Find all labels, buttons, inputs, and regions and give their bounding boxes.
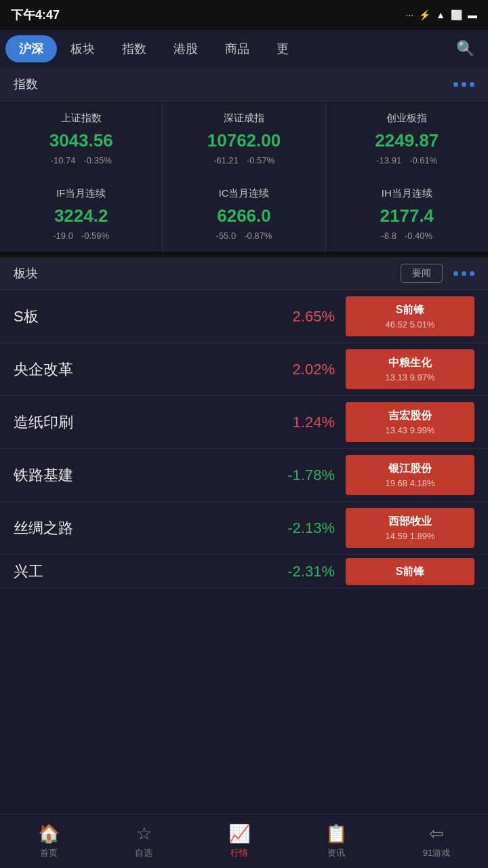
sector-tag-2: 吉宏股份 13.43 9.99% <box>346 402 474 443</box>
star-icon: ☆ <box>136 823 152 844</box>
bottom-nav-news[interactable]: 📋 资讯 <box>325 823 347 859</box>
nav-item-husheng[interactable]: 沪深 <box>5 35 57 62</box>
index-change-3: -19.0 -0.59% <box>8 231 154 241</box>
index-card-0[interactable]: 上证指数 3043.56 -10.74 -0.35% <box>0 101 162 176</box>
sector-tag-5: S前锋 <box>346 558 474 585</box>
sector-row-5[interactable]: 兴工 -2.31% S前锋 <box>0 555 488 589</box>
index-card-3[interactable]: IF当月连续 3224.2 -19.0 -0.59% <box>0 176 162 252</box>
top-nav: 沪深 板块 指数 港股 商品 更 🔍 <box>0 30 488 68</box>
index-change-1: -61.21 -0.57% <box>171 155 317 165</box>
sector-change-4: -2.13% <box>253 519 335 537</box>
index-more-dots[interactable] <box>453 82 474 87</box>
index-name-1: 深证成指 <box>171 112 317 125</box>
sector-row-2[interactable]: 造纸印刷 1.24% 吉宏股份 13.43 9.99% <box>0 396 488 449</box>
home-icon: 🏠 <box>38 823 60 844</box>
section-divider <box>0 252 488 257</box>
index-change-5: -8.8 -0.40% <box>334 231 480 241</box>
sector-name-4: 丝绸之路 <box>14 518 253 538</box>
bluetooth-icon: ⚡ <box>419 9 430 20</box>
index-name-4: IC当月连续 <box>171 187 317 200</box>
index-change-4: -55.0 -0.87% <box>171 231 317 241</box>
bottom-nav-watchlist[interactable]: ☆ 自选 <box>135 823 152 859</box>
index-name-3: IF当月连续 <box>8 187 154 200</box>
sector-tag-1: 中粮生化 13.13 9.97% <box>346 349 474 390</box>
index-grid-row2: IF当月连续 3224.2 -19.0 -0.59% IC当月连续 6266.0… <box>0 176 488 252</box>
index-card-4[interactable]: IC当月连续 6266.0 -55.0 -0.87% <box>163 176 325 252</box>
bottom-nav: 🏠 首页 ☆ 自选 📈 行情 📋 资讯 ⇦ 91游戏 <box>0 814 488 868</box>
sector-row-1[interactable]: 央企改革 2.02% 中粮生化 13.13 9.97% <box>0 343 488 396</box>
status-bar: 下午4:47 ··· ⚡ ▲ ⬜ ▬ <box>0 0 488 30</box>
sector-tag-4: 西部牧业 14.59 1.89% <box>346 508 474 549</box>
index-value-2: 2249.87 <box>334 130 480 151</box>
nav-item-zhishu[interactable]: 指数 <box>108 35 160 62</box>
bottom-nav-home[interactable]: 🏠 首页 <box>38 823 60 859</box>
status-time: 下午4:47 <box>11 7 60 23</box>
sector-list: S板 2.65% S前锋 46.52 5.01% 央企改革 2.02% 中粮生化… <box>0 290 488 589</box>
sector-row-0[interactable]: S板 2.65% S前锋 46.52 5.01% <box>0 290 488 343</box>
index-card-1[interactable]: 深证成指 10762.00 -61.21 -0.57% <box>163 101 325 176</box>
sector-change-5: -2.31% <box>253 563 335 580</box>
signal-icon: ··· <box>405 9 413 20</box>
index-name-5: IH当月连续 <box>334 187 480 200</box>
index-title: 指数 <box>14 76 38 92</box>
news-icon: 📋 <box>325 823 347 844</box>
sector-name-0: S板 <box>14 307 253 327</box>
game-icon: ⇦ <box>429 823 444 844</box>
screen-icon: ⬜ <box>451 9 462 20</box>
sector-change-3: -1.78% <box>253 467 335 484</box>
nav-item-ganggu[interactable]: 港股 <box>160 35 211 62</box>
sector-name-1: 央企改革 <box>14 359 253 380</box>
sector-more-dots[interactable] <box>453 271 474 276</box>
sector-tag-3: 银江股份 19.68 4.18% <box>346 455 474 496</box>
bottom-nav-market[interactable]: 📈 行情 <box>228 823 250 859</box>
sector-section-header: 板块 要闻 <box>0 257 488 290</box>
home-label: 首页 <box>40 847 58 859</box>
status-icons: ··· ⚡ ▲ ⬜ ▬ <box>405 9 477 20</box>
index-grid-row1: 上证指数 3043.56 -10.74 -0.35% 深证成指 10762.00… <box>0 101 488 176</box>
index-value-3: 3224.2 <box>8 205 154 226</box>
market-icon: 📈 <box>228 823 250 844</box>
index-value-4: 6266.0 <box>171 205 317 226</box>
search-icon[interactable]: 🔍 <box>448 35 483 63</box>
sector-change-1: 2.02% <box>253 361 335 378</box>
sector-change-0: 2.65% <box>253 308 335 326</box>
sector-name-3: 铁路基建 <box>14 465 253 486</box>
sector-title: 板块 <box>14 265 38 281</box>
bottom-nav-91game[interactable]: ⇦ 91游戏 <box>423 823 450 859</box>
sector-row-4[interactable]: 丝绸之路 -2.13% 西部牧业 14.59 1.89% <box>0 502 488 555</box>
nav-item-more[interactable]: 更 <box>263 35 302 62</box>
index-change-2: -13.91 -0.61% <box>334 155 480 165</box>
index-change-0: -10.74 -0.35% <box>8 155 154 165</box>
index-value-1: 10762.00 <box>171 130 317 151</box>
index-name-2: 创业板指 <box>334 112 480 125</box>
wifi-icon: ▲ <box>436 9 445 20</box>
index-value-5: 2177.4 <box>334 205 480 226</box>
index-name-0: 上证指数 <box>8 112 154 125</box>
sector-tag-0: S前锋 46.52 5.01% <box>346 296 474 337</box>
game-label: 91游戏 <box>423 847 450 859</box>
nav-item-shangpin[interactable]: 商品 <box>211 35 263 62</box>
sector-row-3[interactable]: 铁路基建 -1.78% 银江股份 19.68 4.18% <box>0 449 488 502</box>
index-card-2[interactable]: 创业板指 2249.87 -13.91 -0.61% <box>326 101 488 176</box>
sector-name-5: 兴工 <box>14 561 253 582</box>
index-value-0: 3043.56 <box>8 130 154 151</box>
watchlist-label: 自选 <box>135 847 152 859</box>
sector-name-2: 造纸印刷 <box>14 412 253 433</box>
battery-icon: ▬ <box>468 9 477 20</box>
market-label: 行情 <box>230 847 248 859</box>
nav-item-bankuai[interactable]: 板块 <box>57 35 108 62</box>
index-card-5[interactable]: IH当月连续 2177.4 -8.8 -0.40% <box>326 176 488 252</box>
news-label: 资讯 <box>327 847 345 859</box>
sector-change-2: 1.24% <box>253 414 335 431</box>
index-section-header: 指数 <box>0 68 488 101</box>
yaolan-button[interactable]: 要闻 <box>401 264 443 283</box>
